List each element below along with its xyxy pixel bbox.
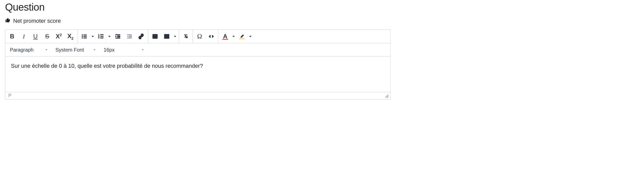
- highlight-color-button[interactable]: [236, 31, 248, 41]
- font-family-select[interactable]: System Font: [52, 45, 100, 55]
- block-format-value: Paragraph: [10, 47, 33, 53]
- superscript-button[interactable]: X2: [53, 31, 65, 41]
- thumbs-up-icon: [5, 17, 11, 25]
- text-color-button[interactable]: A: [219, 31, 231, 41]
- page-title: Question: [5, 2, 639, 13]
- block-format-select[interactable]: Paragraph: [6, 45, 52, 55]
- svg-point-0: [82, 34, 83, 35]
- svg-text:3: 3: [98, 37, 99, 39]
- svg-point-2: [82, 36, 83, 37]
- svg-rect-17: [129, 36, 132, 36]
- svg-rect-19: [127, 38, 132, 39]
- font-size-value: 16px: [104, 47, 115, 53]
- resize-handle[interactable]: [385, 94, 388, 98]
- indent-button[interactable]: [112, 31, 124, 41]
- question-type-row: Net promoter score: [5, 17, 639, 25]
- font-size-select[interactable]: 16px: [100, 45, 148, 55]
- bullet-list-dropdown[interactable]: [90, 33, 95, 39]
- rich-text-editor: B I U S X2 X2 123: [5, 30, 391, 99]
- link-button[interactable]: [135, 31, 147, 41]
- svg-rect-13: [117, 36, 120, 36]
- svg-rect-14: [117, 37, 120, 37]
- table-button[interactable]: [161, 31, 173, 41]
- outdent-button[interactable]: [124, 31, 135, 41]
- text-color-dropdown[interactable]: [231, 33, 236, 39]
- svg-point-4: [82, 37, 83, 38]
- special-character-button[interactable]: Ω: [194, 31, 205, 41]
- toolbar-row-2: Paragraph System Font 16px: [5, 43, 390, 57]
- bullet-list-button[interactable]: [79, 31, 90, 41]
- italic-button[interactable]: I: [18, 31, 30, 41]
- svg-rect-12: [116, 34, 120, 35]
- svg-rect-1: [84, 35, 87, 35]
- subscript-button[interactable]: X2: [65, 31, 76, 41]
- font-family-value: System Font: [55, 47, 84, 53]
- svg-rect-7: [100, 34, 103, 35]
- highlight-color-dropdown[interactable]: [248, 33, 253, 39]
- svg-rect-5: [84, 38, 87, 38]
- image-button[interactable]: [149, 31, 161, 41]
- text-color-swatch: [222, 39, 228, 40]
- strikethrough-button[interactable]: S: [41, 31, 53, 41]
- bold-button[interactable]: B: [6, 31, 18, 41]
- svg-rect-15: [116, 38, 120, 39]
- svg-rect-18: [129, 37, 132, 37]
- svg-rect-9: [100, 36, 103, 37]
- svg-rect-22: [164, 34, 169, 38]
- element-path[interactable]: P: [8, 93, 11, 98]
- question-type-label: Net promoter score: [13, 18, 61, 24]
- clear-formatting-button[interactable]: [180, 31, 192, 41]
- numbered-list-button[interactable]: 123: [95, 31, 107, 41]
- svg-rect-11: [100, 38, 103, 38]
- numbered-list-dropdown[interactable]: [107, 33, 112, 39]
- source-code-button[interactable]: [205, 31, 217, 41]
- toolbar-row-1: B I U S X2 X2 123: [5, 30, 390, 43]
- svg-rect-3: [84, 36, 87, 37]
- table-dropdown[interactable]: [173, 33, 178, 39]
- underline-button[interactable]: U: [30, 31, 41, 41]
- editor-content[interactable]: Sur une échelle de 0 à 10, quelle est vo…: [5, 57, 390, 92]
- svg-rect-16: [127, 34, 132, 35]
- highlight-color-swatch: [239, 38, 245, 39]
- statusbar: P: [5, 92, 390, 99]
